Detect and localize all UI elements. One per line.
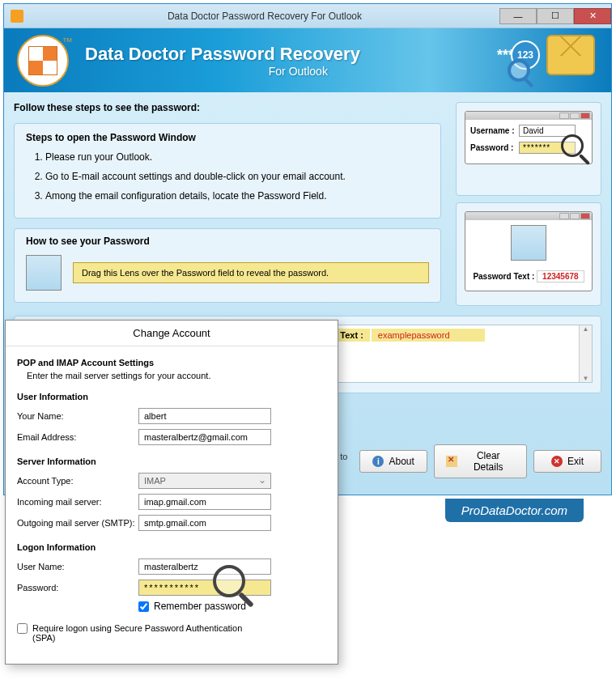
logo-icon: TM (17, 35, 69, 87)
maximize-button[interactable]: ☐ (537, 8, 574, 24)
label-account-type: Account Type: (17, 476, 138, 486)
exit-icon: ✕ (551, 456, 563, 467)
magnifier-overlay-icon (561, 134, 584, 157)
titlebar: Data Doctor Password Recovery For Outloo… (4, 4, 611, 28)
illus-username-label: Username : (470, 126, 519, 135)
label-incoming: Incoming mail server: (17, 497, 138, 507)
app-icon (11, 10, 23, 23)
illustration-result: Password Text : 12345678 (456, 202, 601, 306)
footer-url: ProDataDoctor.com (445, 499, 584, 522)
input-incoming[interactable] (138, 494, 271, 510)
illus-password-label: Password : (470, 143, 519, 152)
section-server-info: Server Information (17, 457, 326, 466)
lens-draggable[interactable] (26, 255, 62, 291)
close-button[interactable]: ✕ (574, 8, 611, 24)
input-username[interactable] (138, 558, 271, 575)
header-banner: TM Data Doctor Password Recovery For Out… (4, 28, 611, 92)
label-email: Email Address: (17, 432, 138, 442)
input-outgoing[interactable] (138, 515, 271, 531)
label-your-name: Your Name: (17, 411, 138, 421)
illus-pwdtext-value: 12345678 (537, 270, 584, 282)
label-remember: Remember password (154, 601, 246, 612)
input-your-name[interactable] (138, 408, 271, 424)
label-username: User Name: (17, 562, 138, 571)
dialog-title: Change Account (6, 321, 338, 346)
howto-title: How to see your Password (26, 236, 429, 247)
result-value: examplepassword (372, 329, 485, 342)
app-subtitle: For Outlook (85, 65, 328, 78)
change-account-dialog: Change Account POP and IMAP Account Sett… (5, 320, 338, 665)
follow-steps-heading: Follow these steps to see the password: (14, 102, 441, 113)
label-outgoing: Outgoing mail server (SMTP): (17, 518, 138, 528)
window-title: Data Doctor Password Recovery For Outloo… (30, 11, 499, 22)
app-title: Data Doctor Password Recovery (85, 44, 360, 65)
step-2: Go to E-mail account settings and double… (45, 171, 429, 182)
clear-icon (446, 456, 457, 467)
clear-details-button[interactable]: Clear Details (434, 444, 527, 478)
illus-pwdtext-label: Password Text : (473, 272, 534, 281)
input-password[interactable] (138, 580, 271, 596)
minimize-button[interactable]: — (499, 8, 537, 24)
select-account-type[interactable] (138, 473, 271, 489)
result-scrollbar[interactable] (579, 325, 592, 382)
about-button[interactable]: iAbout (359, 450, 427, 473)
exit-button[interactable]: ✕Exit (533, 450, 601, 473)
steps-box: Steps to open the Password Window Please… (14, 123, 441, 219)
section-logon-info: Logon Information (17, 542, 326, 552)
magnifier-lens-icon[interactable] (213, 565, 245, 597)
label-password: Password: (17, 583, 138, 592)
step-1: Please run your Outlook. (45, 151, 429, 163)
checkbox-remember[interactable] (138, 601, 149, 612)
info-icon: i (372, 456, 384, 467)
section-user-info: User Information (17, 392, 326, 401)
drag-instruction: Drag this Lens over the Password field t… (73, 262, 429, 283)
label-spa: Require logon using Secure Password Auth… (32, 623, 259, 643)
howto-box: How to see your Password Drag this Lens … (14, 228, 441, 303)
header-graphic: *** 123 (497, 35, 595, 75)
input-email[interactable] (138, 429, 271, 445)
step-3: Among the email configuration details, l… (45, 190, 429, 202)
checkbox-spa[interactable] (17, 623, 28, 634)
dialog-heading: POP and IMAP Account Settings (17, 358, 326, 367)
illustration-login: Username :David Password :******* (456, 102, 601, 196)
steps-title: Steps to open the Password Window (26, 132, 429, 143)
lens-icon (511, 225, 546, 261)
dialog-subheading: Enter the mail server settings for your … (27, 371, 326, 380)
envelope-icon (546, 35, 595, 75)
magnifier-icon (508, 59, 530, 82)
